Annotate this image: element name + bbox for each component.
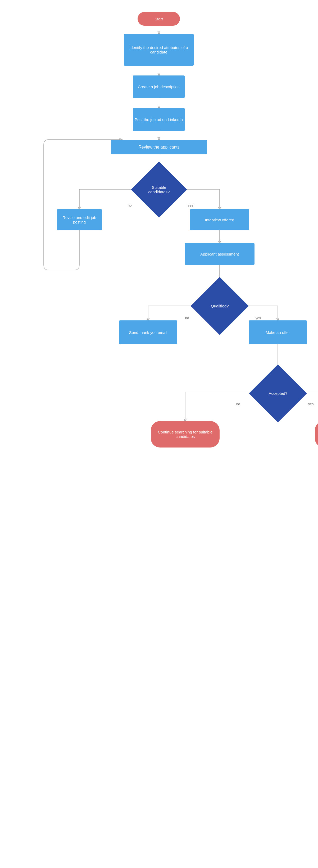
qualified-diamond: Qualified? xyxy=(180,281,259,331)
suitable-no-label: no xyxy=(128,204,132,207)
interview-node: Interview offered xyxy=(190,209,249,230)
flowchart: Start Identify the desired attributes of… xyxy=(0,0,318,868)
make-offer-node: Make an offer xyxy=(249,320,307,344)
qualified-yes-label: yes xyxy=(255,316,261,320)
suitable-yes-label: yes xyxy=(188,204,193,207)
qualified-no-label: no xyxy=(185,316,189,320)
continue-search-node: Continue searching for suitable candidat… xyxy=(151,421,220,447)
create-job-node: Create a job description xyxy=(133,75,185,98)
accepted-no-label: no xyxy=(236,402,240,406)
post-job-node: Post the job ad on LinkedIn xyxy=(133,108,185,131)
assessment-node: Applicant assessment xyxy=(185,243,254,265)
hire-node: Hire candidate and terminate job ad xyxy=(315,421,318,447)
revise-node: Revise and edit job posting xyxy=(57,209,102,230)
thank-you-node: Send thank you email xyxy=(119,320,177,344)
review-node: Review the applicants xyxy=(111,140,207,154)
suitable-diamond: Suitable candidates? xyxy=(108,165,210,214)
start-node: Start xyxy=(138,12,180,26)
identify-node: Identify the desired attributes of a can… xyxy=(124,34,193,66)
accepted-yes-label: yes xyxy=(308,402,314,406)
accepted-diamond: Accepted? xyxy=(238,368,317,418)
